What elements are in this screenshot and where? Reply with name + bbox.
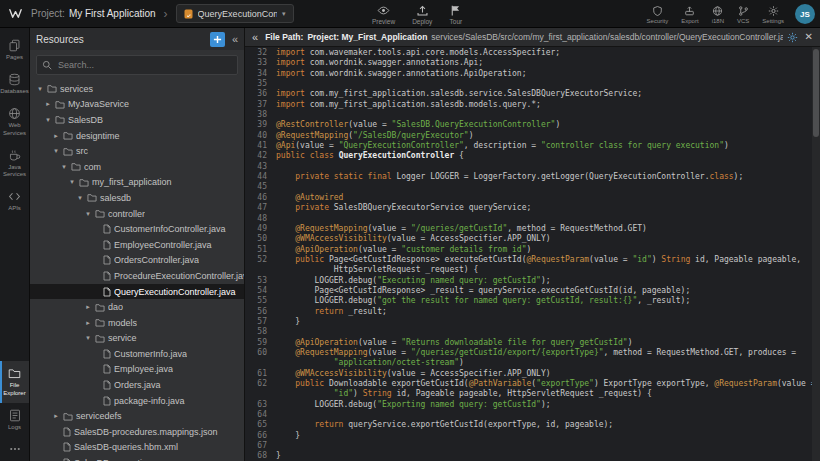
tree-item-package-info-java[interactable]: package-info.java [30,393,244,409]
tree-item-myjavaservice[interactable]: ▸MyJavaService [30,97,244,113]
activity-item-label: Pages [6,54,23,61]
tree-item-salesdb[interactable]: ▾SalesDB [30,112,244,128]
close-file-button[interactable]: ✕ [805,32,813,42]
line-number: 61 [245,369,276,379]
activity-item-java-services[interactable]: Java Services [0,143,29,184]
topbar-tools: SecurityExporti18NVCSSettings [647,0,784,28]
activity-item-file-explorer[interactable]: File Explorer [0,361,29,402]
tree-item-orderscontroller-java[interactable]: OrdersController.java [30,253,244,269]
topbar-export-button[interactable]: Export [681,5,698,24]
user-avatar[interactable]: JS [795,4,815,24]
tree-item-salesdb[interactable]: ▾salesdb [30,190,244,206]
topbar-deploy-button[interactable]: Deploy [412,4,432,25]
tree-item-employee-java[interactable]: Employee.java [30,362,244,378]
topbar-settings-button[interactable]: Settings [762,5,784,24]
tree-item-service[interactable]: ▾service [30,331,244,347]
tree-item-dao[interactable]: ▸dao [30,299,244,315]
code-line: 45 [245,182,812,192]
folder-icon [47,84,57,93]
file-icon [103,396,111,406]
activity-item-label: File Explorer [1,382,28,396]
tree-item-label: SalesDB [68,115,103,125]
activity-bar: PagesDatabasesWeb ServicesJava ServicesA… [0,28,30,461]
add-resource-button[interactable] [210,32,225,47]
activity-item-label: APIs [8,205,21,212]
topbar-security-button[interactable]: Security [647,5,669,24]
chevron-right-icon: ▸ [84,303,92,311]
editor-scrollbar[interactable] [812,47,820,461]
tree-item-controller[interactable]: ▾controller [30,206,244,222]
tree-item-salesdb-procedures-mappings-json[interactable]: SalesDB-procedures.mappings.json [30,424,244,440]
scrollbar-thumb[interactable] [813,49,819,137]
file-icon [103,255,111,265]
activity-item-logs[interactable]: Logs [0,403,29,437]
pages-icon [8,39,21,52]
tree-item-label: Employee.java [114,364,173,374]
code-line-text [276,110,281,120]
tree-item-com[interactable]: ▾com [30,159,244,175]
code-line: 66 } [245,431,812,441]
i18n-globe-icon [712,5,723,17]
topbar-i18n-button[interactable]: i18N [712,5,724,24]
tree-item-servicedefs[interactable]: ▸servicedefs [30,408,244,424]
activity-item-more-dots[interactable] [0,437,29,461]
tree-item-salesdb-queries-hbm-xml[interactable]: SalesDB-queries.hbm.xml [30,440,244,456]
line-number: 32 [245,48,276,58]
folder-icon [63,412,73,421]
line-number: 42 [245,151,276,161]
search-input[interactable] [56,59,232,71]
code-line-text: public Downloadable exportGetCustId(@Pat… [276,379,812,389]
tree-item-salesdb-properties[interactable]: SalesDB.properties [30,455,244,461]
tree-item-procedureexecutioncontroller-java[interactable]: ProcedureExecutionController.java [30,268,244,284]
activity-item-web-services[interactable]: Web Services [0,101,29,142]
tree-item-orders-java[interactable]: Orders.java [30,377,244,393]
file-icon [63,442,71,452]
code-line: 54 Page<GetCustIdResponse> _result = que… [245,286,812,296]
collapse-panel-chevron-double-left-icon[interactable]: « [252,32,258,43]
tree-item-queryexecutioncontroller-java[interactable]: QueryExecutionController.java [30,284,244,300]
resources-title: Resources [36,34,203,45]
code-line-text: public class QueryExecutionController { [276,151,464,161]
line-number: 56 [245,307,276,317]
tree-item-services[interactable]: ▾services [30,81,244,97]
code-line: 33import com.wordnik.swagger.annotations… [245,58,812,68]
folder-icon [95,334,105,343]
line-number [245,265,276,275]
tree-item-employeecontroller-java[interactable]: EmployeeController.java [30,237,244,253]
tree-item-designtime[interactable]: ▸designtime [30,128,244,144]
code-line: 55 LOGGER.debug("got the result for name… [245,296,812,306]
activity-item-databases[interactable]: Databases [0,67,29,101]
activity-item-apis[interactable]: APIs [0,184,29,218]
activity-item-label: Logs [8,424,21,431]
chevron-double-left-icon[interactable]: « [232,34,238,45]
topbar-button-label: VCS [737,18,749,24]
topbar-tour-button[interactable]: Tour [449,4,462,25]
open-file-dropdown[interactable]: QueryExecutionCon... ▾ [176,4,294,23]
topbar-vcs-button[interactable]: VCS [737,5,749,24]
tree-item-label: QueryExecutionController.java [114,287,236,297]
folder-icon [95,318,105,327]
file-explorer-icon [8,367,21,380]
tree-item-models[interactable]: ▸models [30,315,244,331]
file-path-value: services/SalesDB/src/com/my_first_applic… [431,32,782,42]
line-number: 43 [245,162,276,172]
activity-item-pages[interactable]: Pages [0,33,29,67]
tree-item-src[interactable]: ▾src [30,143,244,159]
code-editor[interactable]: 32import com.wavemaker.tools.api.core.mo… [245,47,812,461]
line-number [245,389,276,399]
code-line-text: import com.my_first_application.salesdb.… [276,89,642,99]
file-icon [103,380,111,390]
tree-item-my-first-application[interactable]: ▾my_first_application [30,175,244,191]
deploy-icon [416,4,429,17]
tree-item-customerinfocontroller-java[interactable]: CustomerInfoController.java [30,221,244,237]
tree-item-customerinfo-java[interactable]: CustomerInfo.java [30,346,244,362]
project-name[interactable]: My First Application [69,8,156,19]
code-line: 52 public Page<GetCustIdResponse> execut… [245,255,812,265]
code-line: 48 [245,214,812,224]
line-number: 59 [245,338,276,348]
topbar-preview-button[interactable]: Preview [372,4,395,25]
file-settings-gear-icon[interactable] [787,32,798,43]
code-line-text: HttpServletRequest _request) { [276,265,478,275]
resources-header: Resources « [30,28,244,50]
code-line-text: import com.wordnik.swagger.annotations.A… [276,69,526,79]
